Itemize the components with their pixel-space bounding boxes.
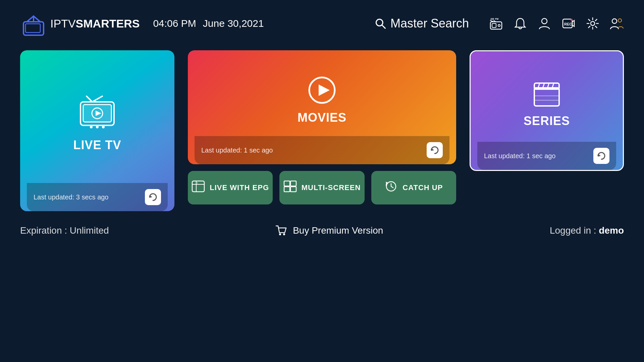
svg-point-27 xyxy=(102,126,105,128)
search-bar[interactable]: Master Search xyxy=(374,16,469,31)
series-last-updated: Last updated: 1 sec ago xyxy=(484,152,556,160)
cart-icon xyxy=(275,225,287,237)
series-card[interactable]: SERIES Last updated: 1 sec ago xyxy=(470,50,624,171)
series-refresh-button[interactable] xyxy=(593,148,609,164)
expiration-label: Expiration : xyxy=(20,225,70,236)
live-epg-label: LIVE WITH EPG xyxy=(210,183,269,192)
series-title: SERIES xyxy=(524,114,570,128)
svg-text:i: i xyxy=(197,182,198,184)
cards-row: LIVE TV Last updated: 3 secs ago xyxy=(20,50,624,211)
svg-rect-42 xyxy=(534,88,559,106)
series-footer: Last updated: 1 sec ago xyxy=(477,142,616,170)
buy-premium-button[interactable]: Buy Premium Version xyxy=(275,225,383,237)
svg-marker-28 xyxy=(150,195,152,198)
live-tv-footer: Last updated: 3 secs ago xyxy=(27,183,168,211)
current-time: 04:06 PM xyxy=(153,18,196,29)
play-circle-icon xyxy=(307,75,337,105)
header-icons: AM FM REC xyxy=(489,16,624,31)
datetime: 04:06 PM June 30,2021 xyxy=(153,18,264,29)
catchup-icon xyxy=(384,180,398,195)
svg-text:AM: AM xyxy=(490,18,494,20)
svg-rect-37 xyxy=(290,181,296,186)
svg-point-52 xyxy=(283,233,285,235)
search-label: Master Search xyxy=(390,16,469,31)
svg-point-16 xyxy=(591,21,595,25)
expiration-value: Unlimited xyxy=(70,225,109,236)
live-tv-refresh-button[interactable] xyxy=(145,189,161,205)
svg-rect-39 xyxy=(290,187,296,192)
epg-icon: i xyxy=(192,180,205,195)
live-tv-last-updated: Last updated: 3 secs ago xyxy=(34,193,109,201)
svg-marker-30 xyxy=(319,84,330,96)
catch-up-label: CATCH UP xyxy=(402,183,443,192)
live-tv-card[interactable]: LIVE TV Last updated: 3 secs ago xyxy=(20,50,174,211)
logo-icon xyxy=(20,10,47,37)
settings-icon[interactable] xyxy=(586,16,600,31)
live-tv-icon-area: LIVE TV xyxy=(73,64,121,183)
svg-line-19 xyxy=(87,96,92,102)
svg-rect-2 xyxy=(25,24,40,33)
movies-card[interactable]: MOVIES Last updated: 1 sec ago xyxy=(188,50,456,164)
svg-rect-6 xyxy=(492,23,496,27)
user-icon[interactable] xyxy=(537,16,551,31)
middle-column: MOVIES Last updated: 1 sec ago xyxy=(188,50,456,204)
logged-in-info: Logged in : demo xyxy=(550,225,624,236)
search-icon xyxy=(374,17,386,29)
svg-line-4 xyxy=(382,25,385,28)
movies-icon-area: MOVIES xyxy=(298,64,346,136)
multiuser-icon[interactable] xyxy=(610,16,624,31)
svg-point-18 xyxy=(618,19,622,22)
series-icon-area: SERIES xyxy=(524,65,570,142)
catch-up-button[interactable]: CATCH UP xyxy=(371,171,456,204)
svg-point-26 xyxy=(96,126,99,128)
svg-marker-31 xyxy=(431,148,434,151)
footer: Expiration : Unlimited Buy Premium Versi… xyxy=(0,211,644,237)
svg-point-15 xyxy=(571,19,573,21)
svg-text:FM: FM xyxy=(495,18,498,20)
movies-footer: Last updated: 1 sec ago xyxy=(195,136,449,164)
svg-point-7 xyxy=(498,24,500,26)
multi-screen-label: MULTI-SCREEN xyxy=(302,183,361,192)
logo-area: IPTVSMARTERS xyxy=(20,10,140,37)
bell-icon[interactable] xyxy=(513,16,527,31)
clapboard-icon xyxy=(532,78,562,109)
movies-title: MOVIES xyxy=(298,111,346,125)
expiration-info: Expiration : Unlimited xyxy=(20,225,109,236)
radio-icon[interactable]: AM FM xyxy=(489,16,503,31)
svg-point-25 xyxy=(90,126,93,128)
header: IPTVSMARTERS 04:06 PM June 30,2021 Maste… xyxy=(0,0,644,47)
svg-rect-38 xyxy=(284,187,290,192)
svg-point-51 xyxy=(279,233,281,235)
record-icon[interactable]: REC xyxy=(561,16,576,31)
live-epg-button[interactable]: i LIVE WITH EPG xyxy=(188,171,273,204)
movies-refresh-button[interactable] xyxy=(427,142,443,158)
logged-in-label: Logged in : xyxy=(550,225,599,236)
logged-in-user: demo xyxy=(599,225,624,236)
bottom-cards: i LIVE WITH EPG MULTI xyxy=(188,171,456,204)
svg-rect-32 xyxy=(192,181,204,192)
svg-rect-36 xyxy=(284,181,290,186)
logo-text: IPTVSMARTERS xyxy=(50,17,140,30)
svg-marker-50 xyxy=(598,154,601,157)
multi-screen-button[interactable]: MULTI-SCREEN xyxy=(279,171,364,204)
movies-last-updated: Last updated: 1 sec ago xyxy=(201,146,273,154)
buy-premium-label: Buy Premium Version xyxy=(293,225,383,236)
right-column: SERIES Last updated: 1 sec ago xyxy=(470,50,624,171)
svg-point-12 xyxy=(542,18,547,24)
main-content: LIVE TV Last updated: 3 secs ago xyxy=(0,47,644,211)
svg-text:REC: REC xyxy=(564,22,572,26)
tv-icon xyxy=(77,95,117,131)
svg-point-17 xyxy=(612,19,617,23)
live-tv-title: LIVE TV xyxy=(73,138,121,152)
svg-line-20 xyxy=(92,96,102,102)
current-date: June 30,2021 xyxy=(203,18,264,29)
multiscreen-icon xyxy=(283,180,297,195)
